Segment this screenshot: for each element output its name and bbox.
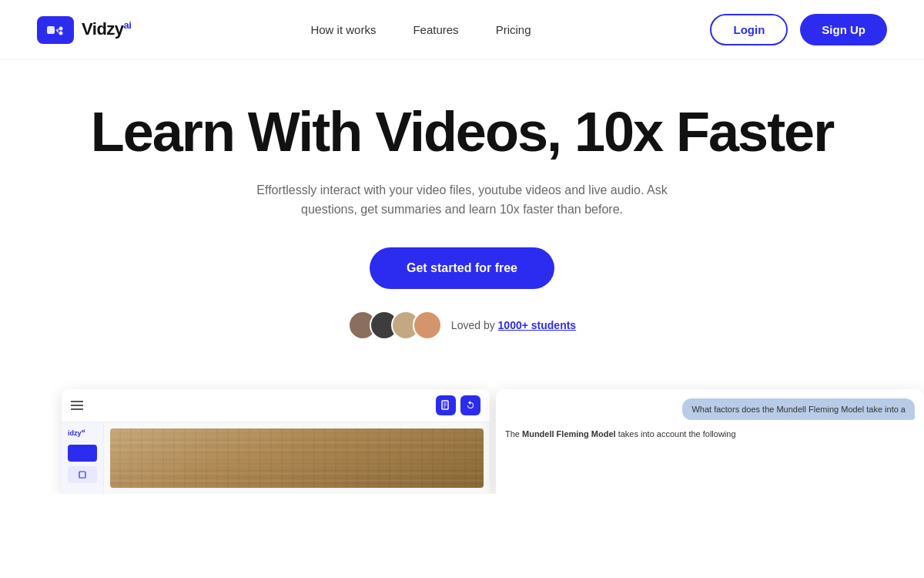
svg-point-2: [59, 26, 63, 30]
document-icon-btn[interactable]: [436, 395, 456, 415]
toolbar-icon-group: [436, 395, 480, 415]
signup-button[interactable]: Sign Up: [800, 14, 887, 45]
refresh-icon-btn[interactable]: [460, 395, 480, 415]
screenshot-chat: What factors does the Mundell Fleming Mo…: [496, 389, 924, 494]
svg-rect-8: [79, 472, 85, 478]
app-mini-logo: idzyai: [68, 428, 97, 437]
hero-title: Learn With Videos, 10x Faster: [37, 103, 887, 162]
chat-ai-message: The Mundell Fleming Model takes into acc…: [505, 428, 915, 441]
hero-subtitle: Effortlessly interact with your video fi…: [246, 180, 678, 220]
logo[interactable]: Vidzyai: [37, 16, 131, 44]
hamburger-icon[interactable]: [71, 401, 83, 410]
social-proof: Loved by 1000+ students: [37, 311, 887, 340]
cta-button[interactable]: Get started for free: [370, 247, 554, 289]
app-toolbar: [62, 389, 490, 422]
svg-rect-1: [47, 26, 55, 34]
app-preview-layout: idzyai: [62, 422, 490, 494]
video-thumbnail-area: [104, 422, 490, 494]
video-thumbnail: [110, 428, 484, 488]
main-nav: How it works Features Pricing: [310, 23, 531, 36]
social-proof-text: Loved by 1000+ students: [451, 319, 576, 331]
screenshot-app: idzyai: [62, 389, 490, 494]
svg-point-3: [59, 31, 63, 35]
header-actions: Login Sign Up: [710, 14, 887, 45]
nav-pricing[interactable]: Pricing: [496, 23, 531, 36]
chat-messages: What factors does the Mundell Fleming Mo…: [496, 389, 924, 450]
video-content: idzyai: [62, 422, 490, 494]
avatar: [413, 311, 442, 340]
app-sidebar-preview: idzyai: [62, 422, 104, 494]
sidebar-mini-item: [68, 445, 97, 462]
chat-user-message: What factors does the Mundell Fleming Mo…: [682, 398, 915, 420]
brand-name: Vidzyai: [82, 19, 131, 39]
logo-icon: [37, 16, 74, 44]
nav-how-it-works[interactable]: How it works: [310, 23, 376, 36]
student-count-link[interactable]: 1000+ students: [498, 319, 577, 331]
login-button[interactable]: Login: [710, 14, 788, 45]
screenshots-section: idzyai: [0, 371, 924, 494]
nav-features[interactable]: Features: [413, 23, 458, 36]
sidebar-mini-item: [68, 466, 97, 483]
hero-section: Learn With Videos, 10x Faster Effortless…: [0, 60, 924, 371]
avatar-group: [348, 311, 442, 340]
